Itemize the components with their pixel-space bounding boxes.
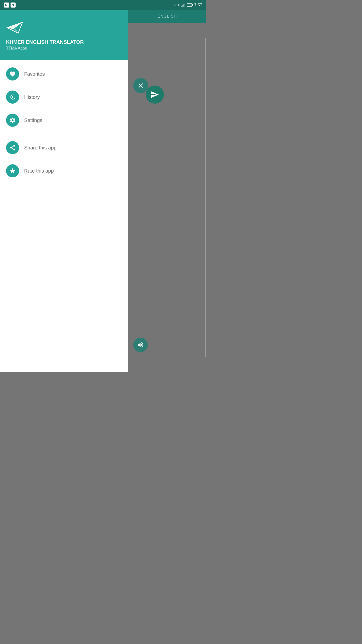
signal-strength-icon [182, 3, 185, 7]
rate-icon-circle [6, 164, 19, 177]
history-icon-circle [6, 91, 19, 104]
clock-icon [9, 94, 16, 100]
battery-icon [187, 3, 193, 7]
language-header: ENGLISH [128, 10, 206, 23]
history-label: History [24, 94, 40, 100]
favorites-icon-circle [6, 67, 19, 80]
sidebar-item-history[interactable]: History [0, 86, 128, 109]
clear-button[interactable] [133, 78, 148, 93]
translate-button[interactable] [146, 86, 164, 104]
gear-icon [9, 117, 16, 124]
settings-label: Settings [24, 117, 42, 123]
notification-icon-2: N [11, 3, 16, 8]
right-panel: ENGLISH [128, 10, 206, 372]
svg-line-13 [12, 148, 13, 149]
share-label: Share this app [24, 145, 57, 151]
nav-list: Favorites History Set [0, 60, 128, 184]
star-icon [9, 168, 16, 174]
sidebar-item-settings[interactable]: Settings [0, 109, 128, 132]
svg-point-10 [13, 145, 15, 147]
translation-content [128, 23, 206, 372]
send-icon [151, 90, 159, 99]
main-layout: KHMER ENGLISH TRANSLATOR TTMA Apps Favor… [0, 10, 206, 372]
svg-text:N: N [5, 3, 7, 7]
input-divider [128, 97, 206, 97]
share-icon [9, 144, 16, 151]
svg-point-11 [10, 147, 12, 149]
sidebar-item-share[interactable]: Share this app [0, 136, 128, 159]
settings-icon-circle [6, 114, 19, 127]
notification-icons: N N [4, 3, 16, 8]
svg-rect-5 [192, 4, 193, 6]
nav-divider [0, 134, 128, 134]
svg-line-14 [12, 146, 13, 147]
drawer-header: KHMER ENGLISH TRANSLATOR TTMA Apps [0, 10, 128, 60]
close-icon [137, 82, 145, 89]
language-label: ENGLISH [157, 14, 177, 19]
sidebar-item-rate[interactable]: Rate this app [0, 159, 128, 182]
notification-icon-1: N [4, 3, 9, 8]
svg-text:N: N [12, 3, 14, 7]
sound-button[interactable] [133, 338, 148, 352]
lte-indicator: LTE [174, 3, 180, 7]
volume-icon [137, 341, 144, 348]
favorites-label: Favorites [24, 71, 45, 77]
heart-icon [9, 71, 16, 77]
svg-point-12 [13, 149, 15, 150]
app-developer: TTMA Apps [6, 46, 122, 51]
status-bar-right: LTE 7:57 [174, 3, 202, 7]
navigation-drawer: KHMER ENGLISH TRANSLATOR TTMA Apps Favor… [0, 10, 128, 372]
rate-label: Rate this app [24, 168, 54, 174]
status-bar: N N LTE 7:57 [0, 0, 206, 10]
share-icon-circle [6, 141, 19, 154]
sidebar-item-favorites[interactable]: Favorites [0, 62, 128, 86]
app-name: KHMER ENGLISH TRANSLATOR [6, 39, 122, 45]
app-logo [6, 20, 24, 35]
clock: 7:57 [194, 3, 202, 7]
